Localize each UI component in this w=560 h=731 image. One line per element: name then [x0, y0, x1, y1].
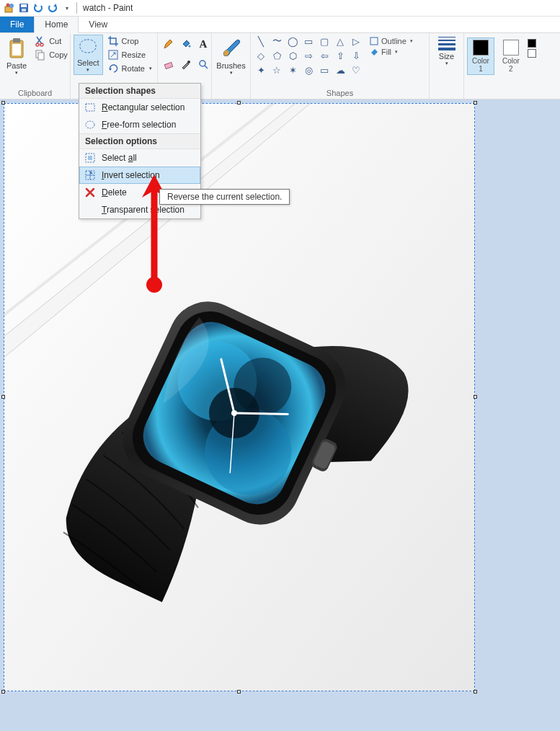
tools-grid: A [161, 35, 211, 74]
select-button[interactable]: Select ▾ [74, 35, 103, 75]
fill-icon [369, 47, 379, 57]
crop-button[interactable]: Crop [105, 35, 155, 48]
shape-pentagon[interactable]: ⬠ [270, 49, 284, 62]
svg-point-18 [200, 61, 205, 66]
magnifier-tool[interactable] [195, 55, 211, 74]
palette-swatch[interactable] [528, 49, 536, 58]
resize-handle[interactable] [1, 101, 5, 105]
paste-button[interactable]: Paste ▾ [3, 35, 30, 78]
menu-label: Select all [102, 153, 137, 163]
color2-button[interactable]: Color2 [497, 37, 525, 75]
caret-icon: ▾ [410, 38, 413, 44]
menu-rectangular-selection[interactable]: Rectangular selection [79, 99, 200, 116]
brushes-label: Brushes [216, 61, 245, 70]
shapes-gallery[interactable]: ╲ 〜 ◯ ▭ ▢ △ ▷ ◇ ⬠ ⬡ ⇨ ⇦ ⇧ ⇩ ✦ ☆ ✶ ◎ ▭ ☁ [254, 35, 363, 76]
svg-rect-37 [88, 156, 92, 160]
qat-customize-icon[interactable]: ▾ [61, 1, 74, 14]
shapes-options: Outline ▾ Fill ▾ [365, 35, 413, 57]
fill-button[interactable]: Fill ▾ [369, 47, 413, 57]
undo-icon[interactable] [32, 1, 45, 14]
transparent-icon [84, 203, 97, 216]
shape-arrow-r[interactable]: ⇨ [301, 49, 316, 62]
svg-rect-12 [38, 53, 44, 60]
resize-handle[interactable] [474, 101, 477, 105]
resize-handle[interactable] [237, 690, 241, 694]
resize-handle[interactable] [1, 690, 5, 694]
svg-rect-16 [164, 62, 172, 68]
window-title: watch - Paint [83, 3, 133, 13]
rotate-button[interactable]: Rotate ▾ [105, 62, 155, 75]
tab-file[interactable]: File [0, 17, 34, 32]
menu-select-all[interactable]: Select all [79, 149, 200, 167]
shape-star5[interactable]: ☆ [270, 63, 284, 76]
shape-star6[interactable]: ✶ [285, 63, 300, 76]
cut-button[interactable]: Cut [32, 35, 71, 48]
svg-rect-5 [22, 9, 26, 12]
shape-line[interactable]: ╲ [254, 35, 268, 48]
group-colors: Color1 Color2 [464, 33, 545, 99]
titlebar-divider [76, 2, 77, 14]
svg-rect-13 [80, 40, 96, 53]
shape-heart[interactable]: ♡ [349, 63, 363, 76]
redo-icon[interactable] [46, 1, 59, 14]
svg-point-35 [86, 121, 94, 128]
menu-label: Transparent selection [102, 205, 185, 215]
menu-freeform-selection[interactable]: Free-form selection [79, 116, 200, 133]
select-label: Select [77, 58, 99, 67]
resize-handle[interactable] [474, 690, 477, 694]
menu-invert-selection[interactable]: Invert selection [79, 167, 200, 184]
shape-rect[interactable]: ▭ [301, 35, 316, 48]
color1-button[interactable]: Color1 [467, 37, 494, 75]
crop-label: Crop [122, 37, 139, 45]
shape-arrow-d[interactable]: ⇩ [349, 49, 363, 62]
text-tool[interactable]: A [195, 35, 211, 53]
group-clipboard: Paste ▾ Cut Copy Clipboard [0, 33, 71, 99]
group-shapes: ╲ 〜 ◯ ▭ ▢ △ ▷ ◇ ⬠ ⬡ ⇨ ⇦ ⇧ ⇩ ✦ ☆ ✶ ◎ ▭ ☁ [251, 33, 430, 99]
svg-point-9 [36, 43, 39, 46]
cut-label: Cut [49, 37, 61, 45]
shape-hexagon[interactable]: ⬡ [285, 49, 300, 62]
fill-tool[interactable] [178, 35, 194, 53]
menu-label: Delete [102, 187, 127, 198]
group-brushes: Brushes ▾ [212, 33, 251, 99]
shape-cloud[interactable]: ☁ [333, 63, 347, 76]
svg-rect-8 [12, 44, 21, 56]
resize-handle[interactable] [474, 395, 477, 399]
brushes-button[interactable]: Brushes ▾ [213, 35, 249, 78]
pencil-tool[interactable] [161, 35, 177, 53]
shape-oval[interactable]: ◯ [285, 35, 300, 48]
tooltip: Reverse the current selection. [159, 189, 290, 205]
menu-label: Invert selection [102, 170, 160, 180]
palette-swatch[interactable] [528, 39, 536, 48]
shape-curve[interactable]: 〜 [270, 35, 284, 48]
svg-point-15 [189, 45, 191, 48]
freeform-select-icon [84, 118, 97, 131]
color-picker-tool[interactable] [178, 55, 194, 74]
eraser-tool[interactable] [161, 55, 177, 74]
tab-home[interactable]: Home [34, 16, 79, 33]
shape-roundrect[interactable]: ▢ [317, 35, 332, 48]
resize-handle[interactable] [237, 101, 241, 105]
shape-triangle[interactable]: ▷ [349, 35, 363, 48]
outline-button[interactable]: Outline ▾ [369, 36, 413, 46]
shape-callout-round[interactable]: ◎ [301, 63, 316, 76]
copy-button[interactable]: Copy [32, 48, 71, 61]
app-icon[interactable] [3, 1, 16, 14]
shape-polygon[interactable]: △ [333, 35, 347, 48]
save-icon[interactable] [17, 1, 30, 14]
resize-handle[interactable] [1, 395, 5, 399]
copy-label: Copy [49, 50, 68, 59]
color1-swatch [473, 40, 489, 56]
shape-star4[interactable]: ✦ [254, 63, 268, 76]
shape-diamond[interactable]: ◇ [254, 49, 268, 62]
resize-button[interactable]: Resize [105, 48, 155, 61]
shape-arrow-l[interactable]: ⇦ [317, 49, 332, 62]
tab-view[interactable]: View [79, 17, 117, 32]
caret-icon: ▾ [149, 66, 152, 71]
paste-label: Paste [6, 61, 27, 70]
shape-arrow-u[interactable]: ⇧ [333, 49, 347, 62]
caret-icon: ▾ [230, 70, 233, 76]
shape-callout-rect[interactable]: ▭ [317, 63, 332, 76]
size-button[interactable]: Size ▾ [433, 35, 461, 68]
dropdown-section-options: Selection options [79, 133, 200, 149]
